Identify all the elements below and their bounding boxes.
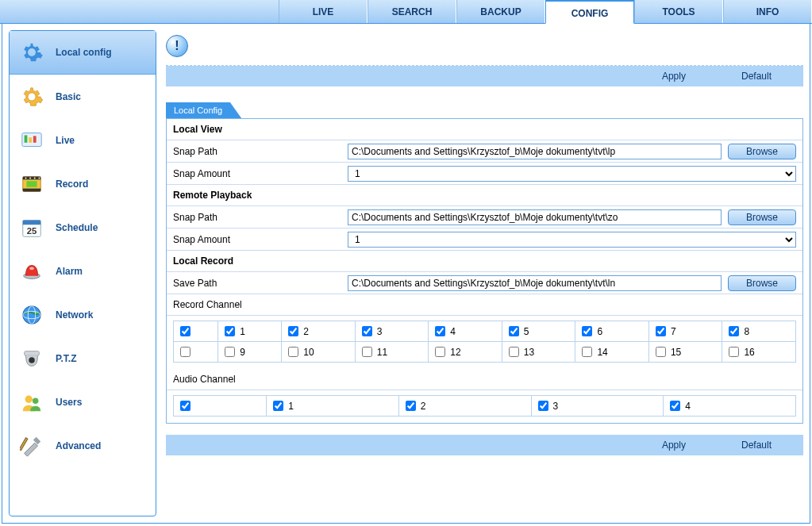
record-master-row2[interactable] bbox=[180, 347, 211, 357]
record-channel-grid: 12345678 910111213141516 bbox=[173, 321, 796, 363]
record-ch-7-checkbox[interactable] bbox=[656, 326, 666, 336]
audio-ch-2-checkbox[interactable] bbox=[406, 401, 416, 411]
sidebar-item-live[interactable]: Live bbox=[10, 118, 156, 162]
info-row: ! bbox=[166, 30, 803, 65]
snap-amount-select-localview[interactable]: 1 bbox=[348, 166, 796, 182]
audio-ch-2[interactable]: 2 bbox=[406, 401, 525, 412]
sidebar-item-users[interactable]: Users bbox=[10, 380, 156, 424]
record-ch-8[interactable]: 8 bbox=[729, 326, 789, 337]
audio-master[interactable] bbox=[180, 401, 260, 411]
record-ch-14[interactable]: 14 bbox=[582, 347, 642, 358]
record-ch-15-checkbox[interactable] bbox=[656, 347, 666, 357]
record-ch-10-checkbox[interactable] bbox=[288, 347, 298, 357]
record-ch-15[interactable]: 15 bbox=[656, 347, 716, 358]
default-button[interactable]: Default bbox=[741, 71, 772, 82]
record-ch-6-checkbox[interactable] bbox=[582, 326, 592, 336]
record-ch-5-checkbox[interactable] bbox=[509, 326, 519, 336]
actionbar-bottom: Apply Default bbox=[166, 435, 803, 455]
audio-ch-4[interactable]: 4 bbox=[670, 401, 789, 412]
snap-path-input-localview[interactable] bbox=[348, 144, 722, 159]
record-ch-11-checkbox[interactable] bbox=[362, 347, 372, 357]
sidebar-item-ptz[interactable]: P.T.Z bbox=[10, 336, 156, 380]
audio-ch-3-checkbox[interactable] bbox=[538, 401, 548, 411]
svg-point-9 bbox=[34, 177, 36, 179]
save-path-label: Save Path bbox=[167, 275, 341, 292]
browse-button[interactable]: Browse bbox=[728, 144, 796, 159]
topnav-backup[interactable]: BACKUP bbox=[456, 0, 545, 23]
sidebar-item-schedule[interactable]: 25 Schedule bbox=[10, 205, 156, 249]
sidebar-item-local-config[interactable]: Local config bbox=[10, 31, 156, 75]
sidebar-item-label: Local config bbox=[56, 47, 112, 58]
record-ch-4-checkbox[interactable] bbox=[435, 326, 445, 336]
audio-ch-3[interactable]: 3 bbox=[538, 401, 657, 412]
audio-ch-1[interactable]: 1 bbox=[273, 401, 392, 412]
record-channel-label: Record Channel bbox=[167, 294, 802, 316]
sidebar-item-label: Network bbox=[56, 309, 93, 321]
record-ch-9[interactable]: 9 bbox=[225, 347, 275, 358]
snap-path-label: Snap Path bbox=[167, 143, 341, 160]
record-ch-2-checkbox[interactable] bbox=[288, 326, 298, 336]
svg-point-21 bbox=[29, 357, 35, 363]
svg-rect-1 bbox=[25, 135, 28, 142]
sidebar-item-network[interactable]: Network bbox=[10, 293, 156, 336]
svg-rect-13 bbox=[23, 220, 41, 225]
record-ch-16-checkbox[interactable] bbox=[729, 347, 739, 357]
record-ch-13[interactable]: 13 bbox=[509, 347, 569, 358]
record-master-row1[interactable] bbox=[180, 326, 211, 336]
sidebar-item-basic[interactable]: Basic bbox=[10, 75, 156, 118]
apply-button[interactable]: Apply bbox=[662, 440, 686, 451]
record-ch-8-checkbox[interactable] bbox=[729, 326, 739, 336]
browse-button[interactable]: Browse bbox=[728, 209, 796, 225]
record-ch-7[interactable]: 7 bbox=[656, 326, 716, 337]
record-ch-3[interactable]: 3 bbox=[362, 326, 422, 337]
record-ch-11[interactable]: 11 bbox=[362, 347, 422, 358]
record-master-row1-checkbox[interactable] bbox=[180, 326, 190, 336]
apply-button[interactable]: Apply bbox=[662, 71, 686, 82]
record-ch-12-checkbox[interactable] bbox=[435, 347, 445, 357]
audio-ch-1-checkbox[interactable] bbox=[273, 401, 283, 411]
snap-path-input-remote[interactable] bbox=[348, 209, 722, 225]
siren-icon bbox=[19, 259, 44, 284]
svg-point-17 bbox=[23, 305, 41, 324]
record-ch-14-checkbox[interactable] bbox=[582, 347, 592, 357]
snap-amount-select-remote[interactable]: 1 bbox=[348, 232, 796, 248]
record-ch-3-checkbox[interactable] bbox=[362, 326, 372, 336]
record-ch-4[interactable]: 4 bbox=[435, 326, 495, 337]
record-ch-12[interactable]: 12 bbox=[435, 347, 495, 358]
record-master-row2-checkbox[interactable] bbox=[180, 347, 190, 357]
svg-rect-2 bbox=[29, 137, 32, 143]
dome-camera-icon bbox=[19, 346, 44, 371]
sidebar-item-advanced[interactable]: Advanced bbox=[10, 424, 156, 467]
record-ch-5[interactable]: 5 bbox=[509, 326, 569, 337]
topnav-search[interactable]: SEARCH bbox=[368, 0, 456, 23]
record-ch-6[interactable]: 6 bbox=[582, 326, 642, 337]
record-ch-1[interactable]: 1 bbox=[225, 326, 275, 337]
users-icon bbox=[19, 390, 44, 415]
config-panel: Local View Snap Path Browse Snap Amount … bbox=[166, 118, 803, 424]
topnav-tools[interactable]: TOOLS bbox=[634, 0, 723, 23]
save-path-input[interactable] bbox=[348, 275, 722, 291]
sidebar-item-label: Basic bbox=[56, 91, 81, 102]
record-ch-2[interactable]: 2 bbox=[288, 326, 348, 337]
sidebar-item-record[interactable]: Record bbox=[10, 162, 156, 205]
sidebar-item-label: Record bbox=[56, 179, 88, 190]
sidebar-item-label: Alarm bbox=[56, 266, 83, 277]
svg-point-23 bbox=[33, 397, 39, 404]
record-ch-13-checkbox[interactable] bbox=[509, 347, 519, 357]
browse-button[interactable]: Browse bbox=[728, 275, 796, 291]
record-ch-10[interactable]: 10 bbox=[288, 347, 348, 358]
tab-local-config[interactable]: Local Config bbox=[166, 102, 241, 118]
record-ch-16[interactable]: 16 bbox=[729, 347, 789, 358]
audio-ch-4-checkbox[interactable] bbox=[670, 401, 680, 411]
default-button[interactable]: Default bbox=[741, 440, 772, 451]
svg-point-16 bbox=[29, 267, 34, 270]
sidebar-item-label: Users bbox=[56, 397, 82, 408]
topnav-live[interactable]: LIVE bbox=[279, 0, 368, 23]
sidebar-item-alarm[interactable]: Alarm bbox=[10, 249, 156, 293]
record-ch-1-checkbox[interactable] bbox=[225, 326, 235, 336]
topnav-config[interactable]: CONFIG bbox=[545, 0, 634, 24]
snap-amount-label: Snap Amount bbox=[167, 165, 341, 182]
audio-master-checkbox[interactable] bbox=[180, 401, 190, 411]
topnav-info[interactable]: INFO bbox=[723, 0, 812, 23]
record-ch-9-checkbox[interactable] bbox=[225, 347, 235, 357]
